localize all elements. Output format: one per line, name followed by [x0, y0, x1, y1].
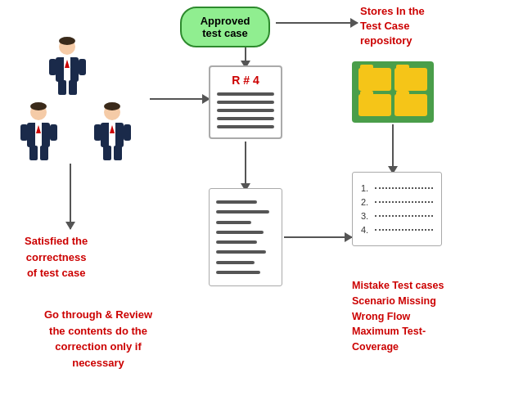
- arrow-repo-to-num: [392, 124, 394, 173]
- arrow-people-to-satisfied: [70, 164, 71, 229]
- plain-line-2: [216, 210, 269, 213]
- approved-bubble: Approved test case: [180, 7, 270, 47]
- mistake-label: Mistake Test cases Scenario Missing Wron…: [352, 278, 444, 355]
- satisfied-line1: Satisfied the: [25, 235, 88, 247]
- mistake-line5: Coverage: [352, 341, 399, 353]
- repo-line3: repository: [360, 34, 413, 47]
- svg-rect-16: [20, 124, 28, 141]
- plain-line-3: [216, 221, 251, 224]
- numbered-document: 1. 2. 3. 4.: [352, 172, 442, 246]
- arrow-r4-to-plain: [245, 142, 246, 191]
- numbered-item-3: 3.: [361, 211, 433, 221]
- folder-icon-4: [394, 94, 427, 117]
- satisfied-label: Satisfied the correctness of test case: [25, 233, 88, 281]
- folder-icon-1: [358, 68, 391, 91]
- numbered-item-1: 1.: [361, 183, 433, 193]
- svg-rect-15: [40, 146, 48, 160]
- satisfied-line2: correctness: [26, 251, 87, 263]
- mistake-line1: Mistake Test cases: [352, 280, 444, 291]
- person-3: [90, 102, 135, 171]
- doc-line-3: [217, 109, 274, 112]
- repository-icon: [352, 61, 434, 123]
- plain-line-1: [216, 200, 257, 204]
- person-1-svg: [45, 37, 90, 102]
- plain-line-6: [216, 250, 266, 254]
- svg-rect-6: [69, 80, 77, 95]
- person-1: [45, 37, 90, 106]
- arrow-bubble-to-repo: [276, 22, 358, 24]
- mistake-line4: Maximum Test-: [352, 326, 426, 337]
- folder-icon-3: [358, 94, 391, 117]
- dotted-4: [375, 229, 433, 231]
- doc-line-5: [217, 125, 274, 128]
- mistake-line2: Scenario Missing: [352, 295, 436, 307]
- dotted-3: [375, 215, 433, 217]
- numbered-item-2: 2.: [361, 197, 433, 207]
- svg-rect-14: [29, 146, 38, 160]
- satisfied-line3: of test case: [27, 267, 86, 279]
- folder-icon-2: [394, 68, 427, 91]
- doc-line-2: [217, 101, 274, 104]
- gthrough-line3: correction only if: [55, 340, 141, 353]
- svg-point-1: [59, 37, 75, 45]
- person-3-svg: [90, 102, 135, 168]
- numbered-item-4: 4.: [361, 225, 433, 235]
- num-2: 2.: [361, 197, 372, 207]
- r4-label: R # 4: [217, 74, 274, 87]
- person-2-svg: [16, 102, 61, 168]
- plain-line-4: [216, 231, 264, 234]
- plain-document: [209, 188, 282, 286]
- plain-line-7: [216, 261, 255, 264]
- svg-rect-24: [114, 146, 122, 160]
- repo-label: Stores In the Test Case repository: [360, 4, 425, 49]
- svg-rect-17: [50, 124, 57, 141]
- person-2: [16, 102, 61, 171]
- r4-document: R # 4: [209, 65, 282, 139]
- svg-rect-7: [49, 59, 56, 75]
- svg-rect-25: [94, 124, 101, 141]
- gthrough-line1: Go through & Review: [44, 308, 152, 321]
- plain-line-5: [216, 240, 257, 244]
- gthrough-line4: necessary: [72, 357, 124, 369]
- num-4: 4.: [361, 225, 372, 235]
- svg-point-19: [104, 102, 120, 110]
- num-3: 3.: [361, 211, 372, 221]
- arrow-people-to-doc: [150, 98, 210, 100]
- gthrough-label: Go through & Review the contents do the …: [25, 307, 172, 371]
- plain-line-8: [216, 271, 260, 274]
- repo-line2: Test Case: [360, 20, 409, 32]
- main-container: Approved test case Stores In the Test Ca…: [0, 0, 532, 409]
- gthrough-line2: the contents do the: [49, 325, 147, 337]
- svg-point-10: [30, 102, 47, 110]
- approved-line2: test case: [202, 27, 248, 39]
- dotted-1: [375, 187, 433, 189]
- approved-line1: Approved: [201, 15, 250, 27]
- svg-rect-8: [79, 59, 86, 75]
- repo-line1: Stores In the: [360, 5, 425, 17]
- arrow-plain-to-num: [284, 236, 352, 238]
- doc-line-1: [217, 92, 274, 96]
- mistake-line3: Wrong Flow: [352, 311, 410, 322]
- doc-line-4: [217, 117, 274, 120]
- svg-rect-26: [124, 124, 131, 141]
- svg-rect-23: [103, 146, 111, 160]
- dotted-2: [375, 201, 433, 203]
- num-1: 1.: [361, 183, 372, 193]
- svg-rect-5: [58, 80, 66, 95]
